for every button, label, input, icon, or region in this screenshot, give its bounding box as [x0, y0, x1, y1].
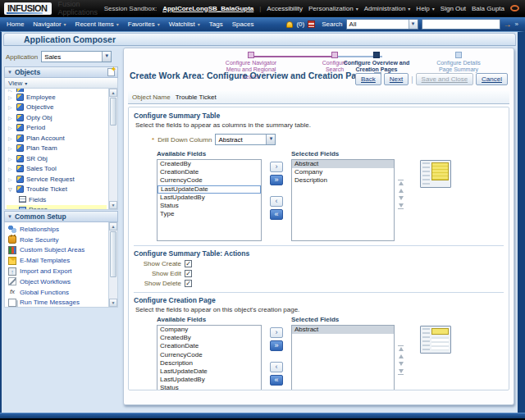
nav-item-navigator[interactable]: Navigator▾ — [33, 21, 66, 28]
tree-item-sr-obj[interactable]: ▷SR Obj — [7, 153, 107, 164]
list-option[interactable]: Description — [158, 359, 261, 368]
move-bottom-button[interactable] — [398, 203, 404, 209]
move-bottom-button[interactable] — [398, 369, 404, 375]
tree-item-plan-team[interactable]: ▷Plan Team — [7, 144, 107, 154]
list-option[interactable]: CreationDate — [158, 342, 261, 350]
nav-item-recent-items[interactable]: Recent Items▾ — [75, 21, 119, 28]
expand-icon[interactable]: ▷ — [8, 166, 14, 171]
remove-all-button[interactable]: « — [270, 375, 283, 386]
expand-icon[interactable]: ▷ — [8, 145, 14, 151]
show-create-checkbox[interactable]: ✓ — [185, 260, 192, 267]
search-scope-select[interactable]: All ▼ — [346, 19, 418, 30]
chat-bubble-icon[interactable] — [510, 5, 519, 11]
scroll-up-icon[interactable]: ▲ — [109, 222, 117, 231]
drill-down-select[interactable]: Abstract ▼ — [215, 134, 276, 145]
list-option[interactable]: CreationDate — [158, 168, 261, 176]
remove-all-button[interactable]: « — [270, 209, 283, 220]
sidebar-item-relationships[interactable]: Relationships — [8, 224, 107, 235]
tree-item-period[interactable]: ▷Period — [7, 123, 107, 134]
list-option-selected[interactable]: Abstract — [292, 326, 394, 334]
tree-item-objective[interactable]: ▷Objective — [7, 103, 107, 113]
tree-item-trouble-ticket[interactable]: ▽Trouble Ticket — [7, 185, 107, 195]
list-option[interactable]: CreatedBy — [158, 160, 261, 168]
sidebar-item-global-functions[interactable]: fxGlobal Functions — [8, 287, 107, 298]
application-select[interactable]: Sales ▼ — [41, 51, 112, 62]
back-button[interactable]: Back — [355, 73, 381, 85]
sidebar-item-role-security[interactable]: Role Security — [8, 235, 107, 245]
tree-item-service-request[interactable]: ▷Service Request — [7, 174, 107, 185]
tree-item-employee[interactable]: ▷Employee — [7, 92, 107, 103]
list-option[interactable]: Company — [158, 326, 261, 334]
scrollbar-thumb[interactable] — [110, 98, 116, 126]
list-option[interactable]: Type — [158, 210, 261, 218]
collapse-icon[interactable]: ▼ — [7, 70, 12, 75]
sidebar-item-object-workflows[interactable]: Object Workflows — [8, 276, 107, 287]
search-go-icon[interactable]: → — [504, 21, 512, 29]
tree-item-pages[interactable]: Pages — [7, 205, 107, 211]
accessibility-link[interactable]: Accessibility — [267, 5, 303, 12]
list-option[interactable]: CurrencyCode — [158, 176, 261, 185]
remove-button[interactable]: ‹ — [270, 196, 283, 207]
list-option[interactable]: Company — [292, 168, 394, 176]
selected-fields-list[interactable]: Abstract Company Description — [291, 159, 395, 241]
move-down-button[interactable] — [399, 196, 404, 200]
common-setup-section-header[interactable]: ▼ Common Setup — [4, 211, 118, 222]
advanced-search-icon[interactable]: » — [515, 21, 518, 28]
expand-icon[interactable]: ▷ — [8, 135, 14, 141]
list-option[interactable]: Status — [158, 202, 261, 210]
expand-icon[interactable]: ▷ — [8, 94, 14, 100]
expand-icon[interactable]: ▷ — [8, 104, 14, 110]
nav-item-favorites[interactable]: Favorites▾ — [128, 21, 160, 28]
move-up-button[interactable] — [399, 354, 404, 358]
grid-icon[interactable] — [308, 21, 315, 28]
next-button[interactable]: Next — [384, 73, 409, 85]
administration-menu[interactable]: Administration▾ — [364, 5, 411, 12]
sidebar-item-custom-subject-areas[interactable]: Custom Subject Areas — [8, 245, 107, 256]
chevron-down-icon[interactable]: ▼ — [409, 20, 418, 29]
scroll-down-icon[interactable]: ▼ — [109, 201, 117, 209]
expand-icon[interactable]: ▷ — [8, 125, 14, 130]
move-all-button[interactable]: » — [270, 340, 283, 351]
list-option-selected[interactable]: Abstract — [292, 160, 394, 168]
session-sandbox-link[interactable]: ApplCoreLongSB_BalaGupta — [162, 5, 253, 12]
tree-item-sales-tool[interactable]: ▷Sales Tool — [7, 164, 107, 175]
move-all-button[interactable]: » — [270, 175, 283, 185]
list-option[interactable]: LastUpdateDate — [158, 368, 261, 376]
selected-fields-list[interactable]: Abstract — [291, 325, 395, 390]
sidebar-item-run-time-messages[interactable]: Run Time Messages — [8, 298, 107, 308]
available-fields-list[interactable]: CreatedBy CreationDate CurrencyCode Last… — [157, 159, 262, 241]
list-option[interactable]: CreatedBy — [158, 334, 261, 342]
scroll-down-icon[interactable]: ▼ — [109, 299, 117, 307]
help-menu[interactable]: Help▾ — [416, 5, 434, 12]
available-fields-list[interactable]: Company CreatedBy CreationDate CurrencyC… — [157, 325, 262, 390]
list-option[interactable]: Status — [158, 384, 261, 390]
move-button[interactable]: › — [270, 327, 283, 338]
show-edit-checkbox[interactable]: ✓ — [185, 270, 192, 277]
move-top-button[interactable] — [398, 180, 404, 185]
move-down-button[interactable] — [399, 362, 404, 366]
tree-item-opty-obj[interactable]: ▷Opty Obj — [7, 112, 107, 123]
collapse-icon[interactable]: ▽ — [8, 186, 14, 192]
chevron-down-icon[interactable]: ▼ — [266, 135, 275, 144]
expand-icon[interactable]: ▷ — [8, 115, 14, 121]
show-delete-checkbox[interactable]: ✓ — [185, 280, 192, 287]
nav-item-watchlist[interactable]: Watchlist▾ — [169, 21, 200, 28]
list-option[interactable]: CurrencyCode — [158, 351, 261, 359]
expand-icon[interactable]: ▷ — [8, 89, 14, 92]
nav-item-home[interactable]: Home — [7, 21, 24, 28]
train-stop-details-summary[interactable]: Configure Details Page Summary — [432, 50, 485, 74]
common-setup-scrollbar[interactable]: ▲ ▼ — [108, 222, 117, 307]
move-button[interactable]: › — [270, 162, 283, 172]
personalization-menu[interactable]: Personalization▾ — [308, 5, 358, 12]
move-top-button[interactable] — [398, 345, 404, 351]
nav-item-tags[interactable]: Tags — [209, 21, 223, 28]
tree-item-plan-account[interactable]: ▷Plan Account — [7, 133, 107, 144]
list-option[interactable]: Description — [292, 176, 394, 185]
list-option[interactable]: LastUpdatedBy — [158, 194, 261, 202]
save-and-close-button[interactable]: Save and Close — [416, 73, 473, 85]
tree-scrollbar[interactable]: ▲ ▼ — [108, 89, 117, 209]
list-option-focused[interactable]: LastUpdateDate — [158, 185, 261, 194]
new-object-icon[interactable]: ✦ — [107, 68, 115, 76]
scrollbar-thumb[interactable] — [110, 231, 116, 277]
sign-out-link[interactable]: Sign Out — [441, 5, 466, 12]
